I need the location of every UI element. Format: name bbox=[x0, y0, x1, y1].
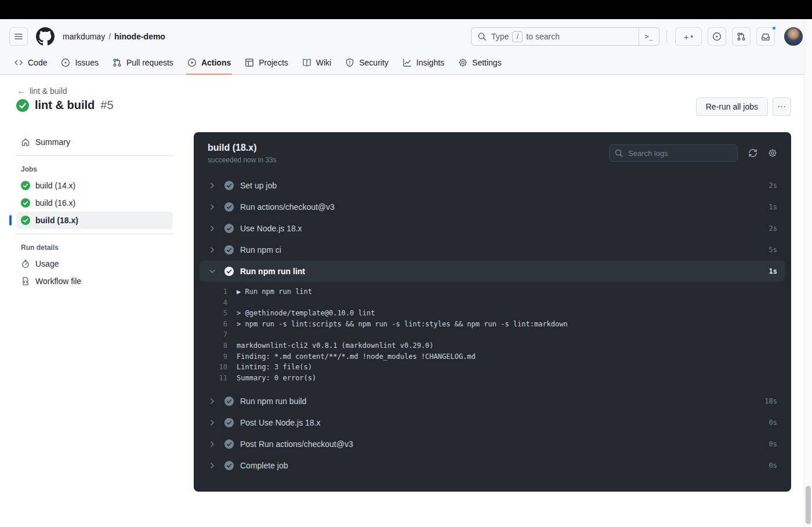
step-post-use-nodejs[interactable]: Post Use Node.js 18.x 0s bbox=[194, 412, 791, 433]
tab-insights[interactable]: Insights bbox=[398, 54, 449, 71]
log-line-number[interactable]: 11 bbox=[194, 373, 227, 384]
step-run-npm-ci[interactable]: Run npm ci 5s bbox=[194, 239, 791, 260]
log-line-number[interactable]: 6 bbox=[194, 319, 227, 330]
inbox-icon bbox=[761, 32, 770, 41]
back-link-label: lint & build bbox=[30, 86, 67, 96]
notification-dot bbox=[771, 26, 777, 31]
step-success-icon bbox=[224, 418, 234, 427]
tab-wiki[interactable]: Wiki bbox=[298, 54, 336, 71]
command-palette-button[interactable]: >_ bbox=[639, 28, 659, 45]
search-icon bbox=[477, 32, 487, 41]
chevron-right-icon[interactable] bbox=[208, 397, 217, 406]
log-settings-button[interactable] bbox=[768, 148, 777, 158]
step-name: Post Run actions/checkout@v3 bbox=[240, 439, 353, 449]
run-options-button[interactable]: ⋯ bbox=[773, 97, 791, 116]
sidebar-job-build-14x[interactable]: build (14.x) bbox=[16, 177, 173, 194]
log-line-number[interactable]: 9 bbox=[194, 351, 227, 362]
step-run-npm-run-lint[interactable]: Run npm run lint 1s bbox=[200, 260, 785, 282]
tab-pull-requests[interactable]: Pull requests bbox=[108, 54, 178, 71]
chevron-right-icon[interactable] bbox=[208, 181, 217, 190]
global-search-input[interactable]: Type / to search >_ bbox=[471, 27, 659, 46]
chevron-right-icon[interactable] bbox=[208, 245, 217, 255]
git-pull-request-icon bbox=[737, 32, 746, 41]
tab-label: Actions bbox=[201, 58, 231, 67]
step-success-icon bbox=[224, 224, 234, 233]
user-avatar[interactable] bbox=[784, 27, 803, 46]
github-logo-icon[interactable] bbox=[36, 27, 55, 46]
sync-icon bbox=[748, 148, 757, 158]
rerun-all-jobs-button[interactable]: Re-run all jobs bbox=[696, 97, 768, 116]
chevron-right-icon[interactable] bbox=[208, 224, 217, 233]
sidebar-job-build-16x[interactable]: build (16.x) bbox=[16, 194, 173, 212]
sidebar-item-label: Summary bbox=[35, 137, 70, 147]
hamburger-menu-button[interactable] bbox=[9, 27, 28, 46]
step-success-icon bbox=[224, 461, 234, 470]
run-details-section-heading: Run details bbox=[16, 239, 173, 255]
step-success-icon bbox=[224, 181, 234, 190]
log-line-number[interactable]: 4 bbox=[194, 297, 227, 308]
step-duration: 0s bbox=[769, 419, 777, 427]
tab-actions[interactable]: Actions bbox=[183, 54, 235, 71]
scrollbar-thumb[interactable] bbox=[806, 486, 811, 524]
tab-label: Settings bbox=[472, 58, 502, 67]
step-run-npm-run-build[interactable]: Run npm run build 18s bbox=[194, 390, 791, 412]
run-title: lint & build bbox=[35, 99, 95, 112]
step-set-up-job[interactable]: Set up job 2s bbox=[194, 175, 791, 196]
step-duration: 1s bbox=[769, 267, 777, 275]
chevron-right-icon[interactable] bbox=[208, 461, 217, 470]
chevron-right-icon[interactable] bbox=[208, 202, 217, 212]
run-number: #5 bbox=[100, 99, 113, 112]
success-check-icon bbox=[21, 181, 30, 190]
tab-issues[interactable]: Issues bbox=[56, 54, 103, 71]
step-success-icon bbox=[224, 397, 234, 406]
step-post-run-checkout[interactable]: Post Run actions/checkout@v3 0s bbox=[194, 433, 791, 455]
log-line-number[interactable]: 5 bbox=[194, 308, 227, 319]
github-header: markdumay / hinode-demo Type / to search… bbox=[0, 19, 812, 75]
pull-requests-header-button[interactable] bbox=[732, 27, 751, 46]
tab-settings[interactable]: Settings bbox=[454, 54, 506, 71]
chevron-down-icon[interactable] bbox=[208, 267, 217, 276]
issues-header-button[interactable] bbox=[708, 27, 726, 46]
back-arrow-icon: ← bbox=[17, 86, 26, 96]
sidebar-item-usage[interactable]: Usage bbox=[16, 255, 173, 272]
breadcrumb-owner[interactable]: markdumay bbox=[63, 32, 105, 41]
sidebar-item-summary[interactable]: Summary bbox=[16, 133, 173, 151]
step-name: Run actions/checkout@v3 bbox=[240, 202, 335, 212]
create-new-button[interactable]: + ▾ bbox=[675, 27, 702, 46]
log-line-number[interactable]: 10 bbox=[194, 362, 227, 373]
log-line-text: markdownlint-cli2 v0.8.1 (markdownlint v… bbox=[227, 340, 434, 351]
tab-security[interactable]: Security bbox=[340, 54, 393, 71]
code-icon bbox=[14, 58, 23, 67]
sidebar-job-build-18x[interactable]: build (18.x) bbox=[16, 212, 173, 229]
step-success-icon bbox=[224, 267, 234, 276]
step-success-icon bbox=[224, 245, 234, 255]
page-scrollbar[interactable] bbox=[804, 19, 812, 527]
log-line-number[interactable]: 1 bbox=[194, 286, 227, 297]
sidebar-item-workflow-file[interactable]: Workflow file bbox=[16, 272, 173, 290]
search-icon bbox=[614, 148, 624, 158]
sidebar-item-label: Usage bbox=[35, 259, 59, 268]
breadcrumb-repo[interactable]: hinode-demo bbox=[114, 32, 165, 41]
log-line-text bbox=[227, 329, 237, 340]
refresh-logs-button[interactable] bbox=[748, 148, 757, 158]
table-icon bbox=[245, 58, 254, 67]
search-placeholder: Type / to search bbox=[491, 31, 560, 42]
chevron-right-icon[interactable] bbox=[208, 418, 217, 427]
log-line-text bbox=[227, 297, 237, 308]
tab-label: Code bbox=[28, 58, 47, 67]
job-title: build (18.x) bbox=[208, 143, 277, 153]
back-to-workflow-link[interactable]: ← lint & build bbox=[17, 86, 67, 96]
gear-icon bbox=[458, 58, 467, 67]
tab-projects[interactable]: Projects bbox=[240, 54, 293, 71]
log-line-number[interactable]: 7 bbox=[194, 329, 227, 340]
log-line-number[interactable]: 8 bbox=[194, 340, 227, 351]
step-run-checkout[interactable]: Run actions/checkout@v3 1s bbox=[194, 196, 791, 217]
step-complete-job[interactable]: Complete job 0s bbox=[194, 455, 791, 476]
step-use-nodejs[interactable]: Use Node.js 18.x 2s bbox=[194, 217, 791, 239]
step-duration: 1s bbox=[769, 203, 777, 211]
tab-code[interactable]: Code bbox=[9, 54, 52, 71]
chevron-right-icon[interactable] bbox=[208, 439, 217, 449]
search-logs-input[interactable] bbox=[609, 144, 738, 162]
log-line-text: > @gethinode/template@0.10.0 lint bbox=[227, 308, 375, 319]
job-status: succeeded now in 33s bbox=[208, 156, 277, 164]
